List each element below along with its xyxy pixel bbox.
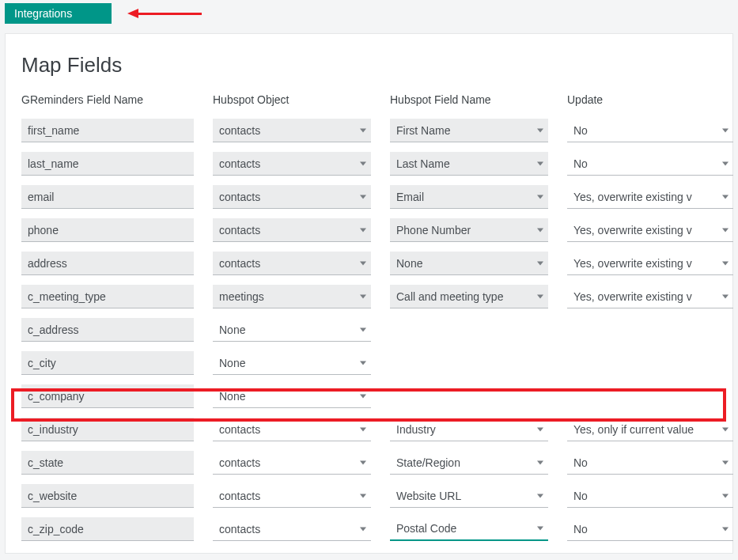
hubspot-field-select[interactable]: Website URL <box>390 484 548 508</box>
hubspot-object-select[interactable]: contacts <box>213 119 371 142</box>
hubspot-field-select[interactable]: Phone Number <box>390 218 548 242</box>
select-value: No <box>573 456 588 469</box>
hubspot-object-select[interactable]: meetings <box>213 285 371 308</box>
update-select[interactable]: Yes, overwrite existing v <box>567 218 733 242</box>
select-value: contacts <box>219 523 260 535</box>
chevron-down-icon <box>360 128 366 132</box>
select-value: Yes, overwrite existing v <box>573 191 692 203</box>
select-value: Yes, only if current value <box>573 423 694 436</box>
field-name-input[interactable]: c_meeting_type <box>21 285 194 308</box>
update-select[interactable]: No <box>567 451 733 475</box>
chevron-down-icon <box>537 494 543 498</box>
hubspot-object-select[interactable]: contacts <box>213 152 371 176</box>
field-name-input[interactable]: last_name <box>21 152 194 176</box>
col-header-object: Hubspot Object <box>213 93 371 109</box>
field-name-input[interactable]: c_address <box>21 318 194 342</box>
tab-bar: Integrations <box>0 0 738 24</box>
hubspot-field-select[interactable]: Postal Code <box>390 517 548 541</box>
hubspot-field-select[interactable]: Call and meeting type <box>390 285 548 308</box>
update-select[interactable]: Yes, overwrite existing v <box>567 185 733 209</box>
field-name-input[interactable]: email <box>21 185 194 209</box>
chevron-down-icon <box>537 128 543 132</box>
chevron-down-icon <box>722 261 729 265</box>
update-select[interactable]: Yes, overwrite existing v <box>567 252 733 275</box>
hubspot-field-select[interactable]: Last Name <box>390 152 548 176</box>
field-name-input[interactable]: first_name <box>21 119 194 142</box>
col-header-field: GReminders Field Name <box>21 93 194 109</box>
chevron-down-icon <box>360 161 366 165</box>
chevron-down-icon <box>360 394 366 398</box>
select-value: Call and meeting type <box>396 290 503 303</box>
field-name-input[interactable]: address <box>21 252 194 275</box>
hubspot-object-select[interactable]: None <box>213 384 371 408</box>
chevron-down-icon <box>360 527 366 531</box>
hubspot-object-select[interactable]: contacts <box>213 218 371 242</box>
hubspot-object-select[interactable]: contacts <box>213 517 371 541</box>
select-value: None <box>219 324 245 336</box>
chevron-down-icon <box>360 261 366 265</box>
update-select[interactable]: No <box>567 517 733 541</box>
select-value: meetings <box>219 290 264 303</box>
chevron-down-icon <box>360 494 366 498</box>
select-value: No <box>573 124 588 137</box>
chevron-down-icon <box>537 527 543 531</box>
hubspot-field-select[interactable]: First Name <box>390 119 548 142</box>
chevron-down-icon <box>722 294 729 298</box>
select-value: contacts <box>219 124 260 137</box>
field-name-input[interactable]: phone <box>21 218 194 242</box>
chevron-down-icon <box>537 195 543 199</box>
select-value: Phone Number <box>396 224 471 236</box>
select-value: Yes, overwrite existing v <box>573 290 692 303</box>
field-name-input[interactable]: c_website <box>21 484 194 508</box>
select-value: contacts <box>219 257 260 270</box>
chevron-down-icon <box>722 460 729 464</box>
update-select[interactable]: No <box>567 152 733 176</box>
annotation-arrow <box>127 9 202 18</box>
field-name-input[interactable]: c_zip_code <box>21 517 194 541</box>
hubspot-object-select[interactable]: None <box>213 318 371 342</box>
chevron-down-icon <box>722 228 729 232</box>
hubspot-object-select[interactable]: None <box>213 351 371 375</box>
select-value: State/Region <box>396 456 460 469</box>
update-select[interactable]: No <box>567 484 733 508</box>
select-value: contacts <box>219 456 260 469</box>
chevron-down-icon <box>537 460 543 464</box>
hubspot-field-select[interactable]: Email <box>390 185 548 209</box>
select-value: Postal Code <box>396 522 456 535</box>
hubspot-field-select[interactable]: None <box>390 252 548 275</box>
select-value: None <box>396 257 422 270</box>
update-select[interactable]: No <box>567 119 733 142</box>
hubspot-object-select[interactable]: contacts <box>213 418 371 441</box>
field-name-input[interactable]: c_state <box>21 451 194 475</box>
select-value: None <box>219 357 245 369</box>
hubspot-object-select[interactable]: contacts <box>213 484 371 508</box>
chevron-down-icon <box>537 161 543 165</box>
chevron-down-icon <box>722 128 729 132</box>
hubspot-field-select[interactable]: Industry <box>390 418 548 441</box>
select-value: contacts <box>219 224 260 236</box>
page-title: Map Fields <box>21 53 717 78</box>
map-fields-panel: Map Fields GReminders Field Name Hubspot… <box>5 33 733 554</box>
select-value: contacts <box>219 157 260 170</box>
chevron-down-icon <box>360 460 366 464</box>
chevron-down-icon <box>722 195 729 199</box>
field-name-input[interactable]: c_company <box>21 384 194 408</box>
chevron-down-icon <box>360 228 366 232</box>
hubspot-object-select[interactable]: contacts <box>213 451 371 475</box>
chevron-down-icon <box>722 161 729 165</box>
field-name-input[interactable]: c_industry <box>21 418 194 441</box>
hubspot-object-select[interactable]: contacts <box>213 252 371 275</box>
hubspot-object-select[interactable]: contacts <box>213 185 371 209</box>
select-value: Industry <box>396 423 436 436</box>
hubspot-field-select[interactable]: State/Region <box>390 451 548 475</box>
chevron-down-icon <box>360 327 366 331</box>
field-name-input[interactable]: c_city <box>21 351 194 375</box>
chevron-down-icon <box>722 527 729 531</box>
update-select[interactable]: Yes, only if current value <box>567 418 733 441</box>
col-header-update: Update <box>567 93 733 109</box>
select-value: No <box>573 490 588 502</box>
update-select[interactable]: Yes, overwrite existing v <box>567 285 733 308</box>
select-value: Yes, overwrite existing v <box>573 257 692 270</box>
tab-integrations[interactable]: Integrations <box>5 3 112 24</box>
chevron-down-icon <box>360 294 366 298</box>
